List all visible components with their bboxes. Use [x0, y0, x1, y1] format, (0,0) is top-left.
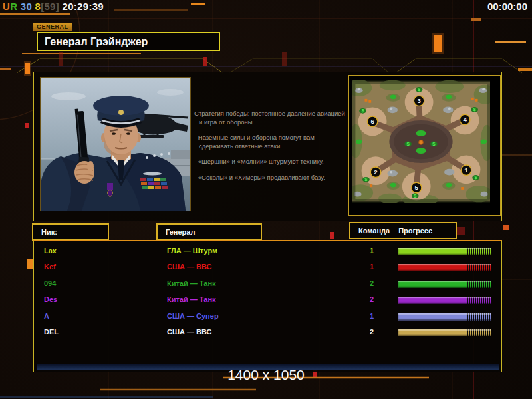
player-general: США — ВВС: [167, 328, 211, 336]
player-nick: Lax: [44, 247, 57, 255]
player-table-body: LaxГЛА — Штурм1KefСША — ВВС1094Китай — Т…: [34, 243, 501, 340]
player-nick: A: [44, 312, 49, 320]
svg-text:3: 3: [417, 97, 421, 104]
player-progress-bar: [398, 313, 491, 321]
svg-text:4: 4: [463, 116, 467, 123]
player-general: США — ВВС: [167, 263, 211, 271]
briefing-text: Стратегия победы: постоянное давление ав…: [194, 110, 350, 189]
svg-text:$: $: [474, 174, 477, 180]
map-preview: $$$$$$$$123456: [348, 75, 501, 216]
svg-text:$: $: [364, 176, 368, 182]
player-nick: 094: [44, 279, 56, 287]
stat-part: [59]: [41, 1, 59, 12]
spawn-point-marker: 3: [414, 96, 424, 106]
spawn-point-marker: 5: [411, 182, 422, 193]
briefing-paragraph: - Наземные силы и оборона помогут вам сд…: [194, 134, 350, 150]
stat-part: 30: [17, 1, 32, 12]
player-team: 1: [358, 312, 385, 320]
general-portrait-image: [41, 78, 190, 211]
player-nick: Kef: [44, 263, 56, 271]
general-tab: GENERAL: [33, 23, 72, 31]
player-general: Китай — Танк: [167, 295, 216, 303]
player-progress-bar: [398, 281, 491, 288]
stat-part: R: [10, 1, 17, 12]
column-header-progress: Прогресс: [398, 223, 432, 238]
column-header-team: Команда: [358, 223, 390, 238]
column-header-team-progress: КомандаПрогресс: [349, 222, 457, 239]
stat-part: 20:29:39: [59, 1, 104, 12]
svg-text:$: $: [361, 108, 364, 114]
player-nick: Des: [44, 295, 57, 303]
player-team: 1: [358, 247, 385, 255]
player-team: 2: [358, 328, 385, 336]
page-title: Генерал Грэйнджер: [37, 32, 220, 51]
player-team: 1: [358, 263, 385, 271]
player-progress-bar: [398, 248, 491, 255]
svg-text:$: $: [406, 141, 410, 147]
svg-text:$: $: [432, 141, 436, 147]
player-table: LaxГЛА — Штурм1KefСША — ВВС1094Китай — Т…: [33, 240, 502, 372]
player-row: LaxГЛА — Штурм1: [34, 243, 501, 259]
briefing-paragraph: Стратегия победы: постоянное давление ав…: [194, 110, 350, 126]
player-nick: DEL: [44, 328, 59, 336]
player-progress-bar: [398, 297, 491, 304]
spawn-point-marker: 6: [367, 116, 378, 127]
player-progress-bar: [398, 329, 491, 336]
svg-text:$: $: [473, 106, 477, 112]
svg-text:1: 1: [464, 166, 468, 174]
session-stats: UR 30 8[59] 20:29:39: [3, 1, 104, 12]
player-general: США — Супер: [167, 312, 219, 320]
svg-text:5: 5: [415, 184, 419, 191]
column-header-general: Генерал: [156, 223, 262, 241]
spawn-point-marker: 4: [460, 114, 470, 125]
map-preview-image: $$$$$$$$123456: [352, 80, 490, 203]
player-row: DELСША — ВВС2: [34, 325, 501, 340]
svg-text:6: 6: [370, 118, 374, 125]
spawn-point-marker: 2: [370, 167, 381, 178]
spawn-point-marker: 1: [461, 165, 471, 176]
svg-text:$: $: [414, 193, 417, 199]
player-progress-bar: [398, 264, 491, 271]
player-team: 2: [358, 295, 385, 303]
general-info-panel: Стратегия победы: постоянное давление ав…: [33, 72, 502, 221]
column-header-nick: Ник:: [32, 223, 109, 241]
purple-heart-medal: [107, 183, 113, 190]
resolution-label: 1400 x 1050: [0, 367, 532, 383]
player-general: Китай — Танк: [167, 279, 216, 287]
player-row: KefСША — ВВС1: [34, 259, 501, 275]
svg-text:2: 2: [374, 168, 378, 176]
briefing-paragraph: - «Соколы» и «Химеры» продавливают базу.: [194, 174, 350, 182]
player-general: ГЛА — Штурм: [167, 247, 217, 255]
player-row: 094Китай — Танк2: [34, 276, 501, 292]
general-portrait: [40, 77, 191, 211]
match-timer: 00:00:00: [487, 1, 527, 12]
player-row: DesКитай — Танк2: [34, 292, 501, 308]
stat-part: U: [3, 1, 10, 12]
briefing-paragraph: - «Шершни» и «Молнии» штурмуют технику.: [194, 158, 350, 166]
player-row: AСША — Супер1: [34, 309, 501, 325]
player-team: 2: [358, 279, 385, 287]
svg-text:$: $: [418, 86, 421, 92]
stat-part: 8: [32, 1, 41, 12]
